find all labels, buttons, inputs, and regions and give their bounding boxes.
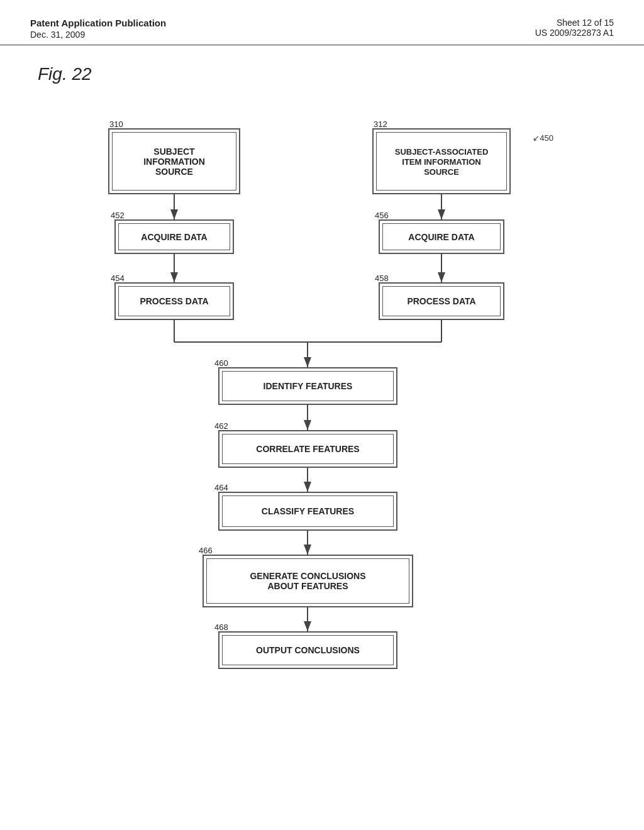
output-ref: 468 — [214, 622, 228, 632]
subject-assoc-box: 312 SUBJECT-ASSOCIATED ITEM INFORMATION … — [372, 128, 511, 194]
generate-conclusions-box: 466 GENERATE CONCLUSIONS ABOUT FEATURES — [203, 555, 413, 607]
acquire-left-box: 452 ACQUIRE DATA — [114, 219, 234, 254]
process-right-ref: 458 — [375, 274, 389, 283]
output-label: OUTPUT CONCLUSIONS — [256, 645, 360, 655]
page-header: Patent Application Publication Dec. 31, … — [0, 0, 644, 45]
patent-number: US 2009/322873 A1 — [535, 28, 614, 38]
header-right: Sheet 12 of 15 US 2009/322873 A1 — [535, 18, 614, 38]
correlate-ref: 462 — [214, 421, 228, 431]
subject-assoc-ref: 312 — [374, 119, 387, 129]
generate-ref: 466 — [199, 546, 213, 555]
sheet-number: Sheet 12 of 15 — [535, 18, 614, 28]
publication-date: Dec. 31, 2009 — [30, 30, 166, 40]
acquire-right-box: 456 ACQUIRE DATA — [379, 219, 504, 254]
diagram: ↙450 — [52, 97, 592, 776]
correlate-label: CORRELATE FEATURES — [256, 444, 359, 454]
output-conclusions-box: 468 OUTPUT CONCLUSIONS — [218, 631, 397, 669]
header-left: Patent Application Publication Dec. 31, … — [30, 18, 166, 40]
identify-features-box: 460 IDENTIFY FEATURES — [218, 367, 397, 405]
classify-label: CLASSIFY FEATURES — [262, 506, 354, 516]
acquire-right-ref: 456 — [375, 211, 389, 220]
ref-450-label: ↙450 — [533, 133, 553, 143]
classify-features-box: 464 CLASSIFY FEATURES — [218, 492, 397, 531]
ref-450-arrow: ↙ — [533, 133, 540, 143]
publication-title: Patent Application Publication — [30, 18, 166, 28]
process-left-ref: 454 — [111, 274, 125, 283]
figure-label: Fig. 22 — [38, 64, 606, 84]
acquire-left-label: ACQUIRE DATA — [141, 232, 207, 242]
page-content: Fig. 22 ↙450 — [0, 45, 644, 795]
subject-info-ref: 310 — [109, 119, 123, 129]
process-right-label: PROCESS DATA — [407, 296, 475, 306]
identify-label: IDENTIFY FEATURES — [264, 381, 353, 391]
process-right-box: 458 PROCESS DATA — [379, 282, 504, 320]
process-left-box: 454 PROCESS DATA — [114, 282, 234, 320]
subject-info-source-box: 310 SUBJECT INFORMATION SOURCE — [108, 128, 240, 194]
acquire-left-ref: 452 — [111, 211, 125, 220]
acquire-right-label: ACQUIRE DATA — [408, 232, 474, 242]
subject-assoc-label: SUBJECT-ASSOCIATED ITEM INFORMATION SOUR… — [395, 147, 489, 177]
correlate-features-box: 462 CORRELATE FEATURES — [218, 430, 397, 468]
classify-ref: 464 — [214, 483, 228, 492]
process-left-label: PROCESS DATA — [140, 296, 208, 306]
generate-label: GENERATE CONCLUSIONS ABOUT FEATURES — [250, 571, 365, 591]
subject-info-label: SUBJECT INFORMATION SOURCE — [143, 147, 205, 177]
identify-ref: 460 — [214, 358, 228, 368]
